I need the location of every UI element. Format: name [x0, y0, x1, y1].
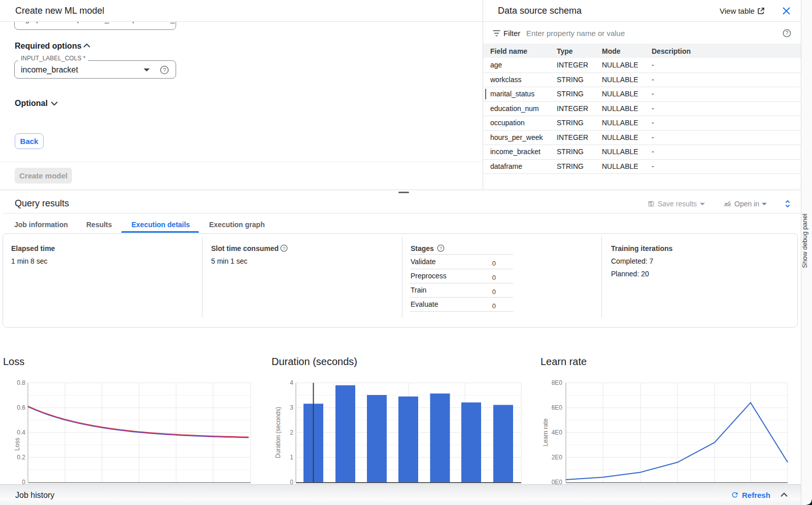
svg-text:Duration (seconds): Duration (seconds) — [275, 407, 282, 458]
svg-text:1: 1 — [290, 454, 293, 461]
svg-text:0.2: 0.2 — [17, 454, 25, 461]
svg-text:8E0: 8E0 — [552, 379, 563, 386]
svg-text:6E0: 6E0 — [552, 404, 563, 411]
svg-text:2: 2 — [290, 429, 293, 436]
svg-text:4E0: 4E0 — [552, 429, 563, 436]
svg-text:Loss: Loss — [14, 438, 21, 450]
svg-text:0.6: 0.6 — [17, 404, 25, 411]
svg-text:0.4: 0.4 — [17, 429, 25, 436]
svg-text:Learn rate: Learn rate — [542, 418, 549, 446]
svg-text:0.8: 0.8 — [17, 379, 25, 386]
svg-text:4: 4 — [290, 379, 293, 386]
svg-text:2E0: 2E0 — [552, 454, 563, 461]
svg-text:3: 3 — [290, 404, 293, 411]
